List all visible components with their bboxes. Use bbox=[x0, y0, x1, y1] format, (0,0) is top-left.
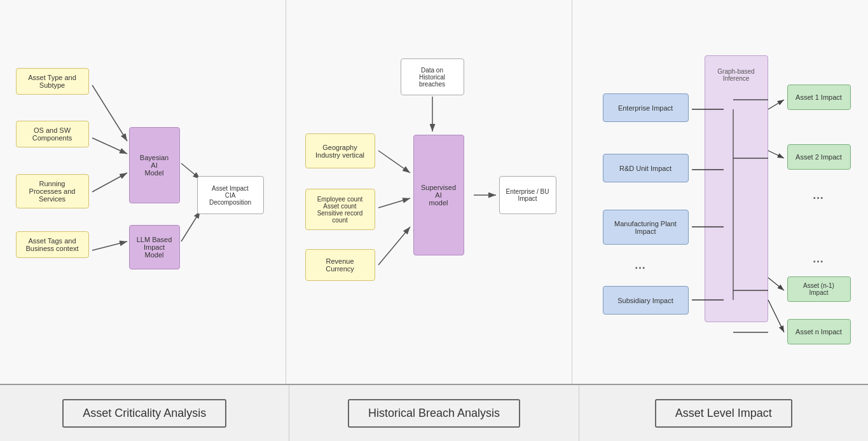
box-enterprise-bu: Enterprise / BU Impact bbox=[499, 176, 556, 214]
box-llm: LLM Based Impact Model bbox=[129, 225, 180, 269]
ellipsis-right-top: … bbox=[813, 189, 824, 202]
svg-line-3 bbox=[92, 241, 127, 250]
footer-section-1: Asset Criticality Analysis bbox=[0, 385, 289, 441]
footer-section-2: Historical Breach Analysis bbox=[289, 385, 579, 441]
ellipsis-left: … bbox=[635, 259, 646, 272]
svg-line-11 bbox=[378, 198, 410, 208]
section-3: Graph-based Inference bbox=[572, 0, 868, 384]
svg-line-2 bbox=[92, 173, 127, 192]
svg-line-5 bbox=[181, 211, 200, 241]
svg-line-1 bbox=[92, 138, 127, 154]
footer-section-3: Asset Level Impact bbox=[579, 385, 868, 441]
box-manufacturing-impact: Manufacturing Plant Impact bbox=[603, 210, 689, 245]
diagram-area: Asset Type and Subtype OS and SW Compone… bbox=[0, 0, 868, 384]
box-revenue: Revenue Currency bbox=[305, 249, 375, 281]
box-asset2-impact: Asset 2 Impact bbox=[787, 144, 851, 170]
box-asset1-impact: Asset 1 Impact bbox=[787, 85, 851, 110]
section-2: Data on Historical breaches Geography In… bbox=[286, 0, 572, 384]
section1-diagram: Asset Type and Subtype OS and SW Compone… bbox=[10, 39, 277, 344]
main-container: Asset Type and Subtype OS and SW Compone… bbox=[0, 0, 868, 441]
svg-line-10 bbox=[378, 151, 410, 173]
box-bayesian: Bayesian AI Model bbox=[129, 127, 180, 203]
footer-label-2: Historical Breach Analysis bbox=[368, 407, 500, 419]
svg-line-22 bbox=[768, 300, 784, 332]
svg-line-20 bbox=[768, 151, 784, 158]
box-supervised: Supervised AI model bbox=[413, 135, 464, 255]
box-asset-n-impact: Asset n Impact bbox=[787, 319, 851, 344]
box-historical-breaches: Data on Historical breaches bbox=[401, 58, 464, 95]
ellipsis-right-mid: … bbox=[813, 252, 824, 266]
footer-label-1: Asset Criticality Analysis bbox=[83, 407, 206, 419]
svg-line-21 bbox=[768, 278, 784, 290]
box-asset-tags: Asset Tags and Business context bbox=[16, 231, 89, 258]
footer-area: Asset Criticality Analysis Historical Br… bbox=[0, 384, 868, 441]
box-geography: Geography Industry vertical bbox=[305, 133, 375, 168]
svg-line-0 bbox=[92, 85, 127, 141]
box-subsidiary-impact: Subsidiary Impact bbox=[603, 286, 689, 315]
footer-label-3: Asset Level Impact bbox=[675, 407, 772, 419]
box-running-processes: Running Processes and Services bbox=[16, 174, 89, 208]
section3-diagram: Graph-based Inference bbox=[584, 36, 857, 348]
svg-line-12 bbox=[378, 227, 410, 265]
section-1: Asset Type and Subtype OS and SW Compone… bbox=[0, 0, 286, 384]
section2-diagram: Data on Historical breaches Geography In… bbox=[296, 39, 563, 344]
box-enterprise-impact: Enterprise Impact bbox=[603, 93, 689, 122]
box-employee-count: Employee count Asset count Sensitive rec… bbox=[305, 189, 375, 230]
svg-line-19 bbox=[768, 100, 784, 109]
box-rd-impact: R&D Unit Impact bbox=[603, 154, 689, 182]
box-cia-decomp: Asset Impact CIA Decomposition bbox=[197, 176, 264, 214]
box-asset-nm1-impact: Asset (n-1) Impact bbox=[787, 276, 851, 302]
box-os-sw: OS and SW Components bbox=[16, 121, 89, 147]
box-asset-type: Asset Type and Subtype bbox=[16, 68, 89, 95]
